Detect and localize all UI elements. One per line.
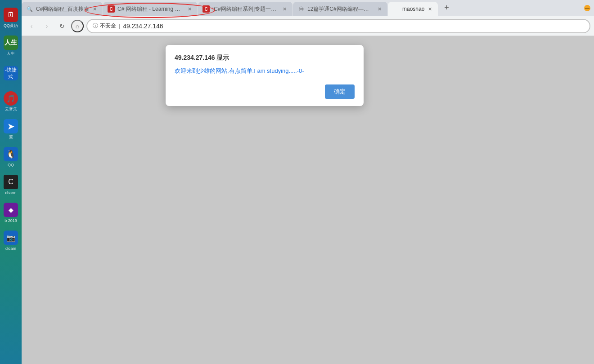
tab-title-4: 12篇学通C#网络编程——第一... bbox=[307, 5, 374, 13]
page-content: 49.234.27.146 显示 欢迎来到少雄的网站,有点简单.I am stu… bbox=[22, 36, 594, 364]
tab-close-1[interactable]: ✕ bbox=[91, 5, 98, 13]
address-divider: | bbox=[119, 23, 120, 29]
address-bar-row: ‹ › ↻ ⌂ ⓘ 不安全 | 49.234.27.146 bbox=[22, 16, 594, 36]
sidebar-icon-label: b 2019 bbox=[4, 218, 17, 223]
sidebar-icon-qq-calendar[interactable]: 🗓 QQ黄历 bbox=[1, 4, 21, 31]
tab-bar: 🔍 C#网络编程_百度搜索 ✕ C C# 网络编程 - Learning Har… bbox=[22, 0, 594, 16]
security-icon: ⓘ bbox=[93, 22, 98, 30]
tab-title-3: [C#网络编程系列]专题一：网络... bbox=[212, 5, 279, 13]
add-tab-button[interactable]: + bbox=[440, 1, 453, 14]
tab-maoshao[interactable]: maoshao ✕ bbox=[388, 2, 438, 16]
tab-bar-right: — bbox=[584, 5, 590, 11]
alert-dialog: 49.234.27.146 显示 欢迎来到少雄的网站,有点简单.I am stu… bbox=[166, 45, 364, 106]
sidebar-icon-charm[interactable]: C charm bbox=[1, 172, 21, 199]
alert-footer: 确定 bbox=[175, 84, 355, 99]
sidebar: 🗓 QQ黄历 人生 人生 -快捷式 🎵 云音乐 ➤ 翼 🐧 QQ C charm… bbox=[0, 0, 22, 364]
alert-title: 49.234.27.146 显示 bbox=[175, 54, 355, 62]
tab-title-5: maoshao bbox=[402, 6, 424, 12]
tab-favicon-1: 🔍 bbox=[26, 5, 33, 13]
sidebar-icon-label: dicam bbox=[5, 246, 16, 251]
tab-12-articles[interactable]: ♾ 12篇学通C#网络编程——第一... ✕ bbox=[293, 2, 387, 16]
tab-title-1: C#网络编程_百度搜索 bbox=[36, 5, 89, 13]
sidebar-icon-label: 云音乐 bbox=[5, 107, 17, 112]
tab-favicon-2: C bbox=[108, 5, 115, 13]
forward-button[interactable]: › bbox=[40, 20, 53, 32]
tab-favicon-3: C bbox=[202, 5, 210, 13]
address-url: 49.234.27.146 bbox=[123, 22, 584, 30]
alert-ok-button[interactable]: 确定 bbox=[325, 84, 355, 99]
reload-button[interactable]: ↻ bbox=[56, 20, 68, 32]
sidebar-icon-dicam[interactable]: 📷 dicam bbox=[1, 227, 21, 254]
sidebar-icon-shortcut[interactable]: -快捷式 bbox=[1, 60, 21, 87]
minimize-button[interactable]: — bbox=[584, 5, 590, 11]
tab-baidu-search[interactable]: 🔍 C#网络编程_百度搜索 ✕ bbox=[22, 2, 103, 16]
tab-favicon-4: ♾ bbox=[297, 5, 305, 13]
sidebar-icon-arrow[interactable]: ➤ 翼 bbox=[1, 116, 21, 143]
alert-message: 欢迎来到少雄的网站,有点简单.I am studying.....-0- bbox=[175, 67, 355, 75]
back-button[interactable]: ‹ bbox=[25, 20, 38, 32]
security-label: 不安全 bbox=[100, 22, 116, 30]
sidebar-icon-label: charm bbox=[5, 191, 16, 195]
sidebar-icon-label: 人生 bbox=[7, 51, 15, 56]
sidebar-icon-label: 翼 bbox=[9, 135, 13, 140]
tab-learning-hard[interactable]: C C# 网络编程 - Learning Hard... ✕ bbox=[103, 2, 198, 16]
sidebar-icon-rensheng[interactable]: 人生 人生 bbox=[1, 32, 21, 59]
tab-favicon-5 bbox=[392, 5, 400, 13]
address-bar[interactable]: ⓘ 不安全 | 49.234.27.146 bbox=[86, 19, 590, 33]
sidebar-icon-label: QQ黄历 bbox=[4, 23, 18, 28]
sidebar-icon-qq[interactable]: 🐧 QQ bbox=[1, 144, 21, 171]
tab-close-2[interactable]: ✕ bbox=[186, 5, 193, 13]
tab-title-2: C# 网络编程 - Learning Hard... bbox=[117, 5, 184, 13]
browser-window: 🔍 C#网络编程_百度搜索 ✕ C C# 网络编程 - Learning Har… bbox=[22, 0, 594, 364]
tab-close-4[interactable]: ✕ bbox=[376, 5, 383, 13]
sidebar-icon-label: QQ bbox=[8, 163, 14, 168]
sidebar-icon-vs[interactable]: ◆ b 2019 bbox=[1, 200, 21, 226]
tab-close-3[interactable]: ✕ bbox=[281, 5, 288, 13]
home-button[interactable]: ⌂ bbox=[71, 20, 84, 32]
tab-close-5[interactable]: ✕ bbox=[426, 5, 433, 13]
alert-title-suffix: 显示 bbox=[216, 54, 229, 61]
tab-csharp-series[interactable]: C [C#网络编程系列]专题一：网络... ✕ bbox=[198, 2, 292, 16]
sidebar-icon-music[interactable]: 🎵 云音乐 bbox=[1, 88, 21, 115]
